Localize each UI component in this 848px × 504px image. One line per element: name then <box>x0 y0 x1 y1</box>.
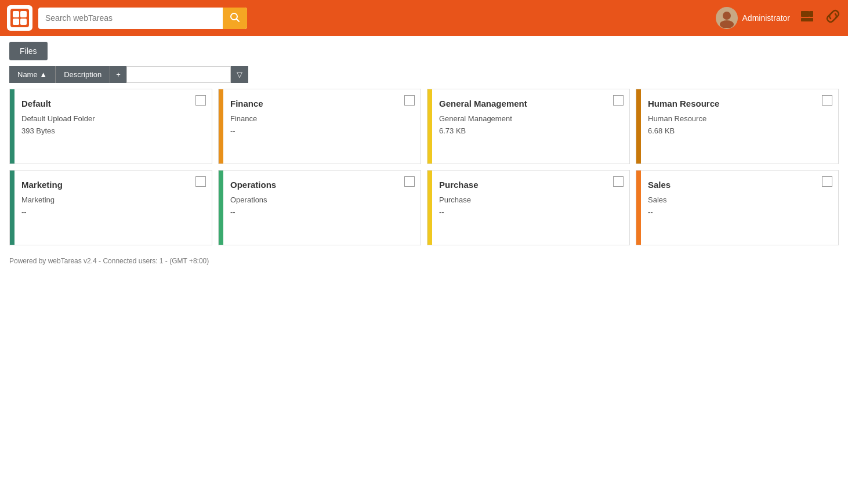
card-size-general-management: 6.73 KB <box>439 126 620 135</box>
search-button[interactable] <box>223 8 247 29</box>
card-content-general-management: General Management General Management 6.… <box>427 89 629 144</box>
search-input[interactable] <box>38 9 223 27</box>
card-size-default: 393 Bytes <box>21 126 202 135</box>
card-accent-finance <box>219 89 223 164</box>
plus-icon: + <box>116 70 121 79</box>
filter-icon: ▽ <box>237 70 242 79</box>
card-title-default: Default <box>21 99 202 108</box>
name-sort-label: Name ▲ <box>17 70 47 79</box>
card-human-resource[interactable]: Human Resource Human Resource 6.68 KB <box>636 89 839 164</box>
filter-icon-button[interactable]: ▽ <box>231 66 248 83</box>
header-right: Administrator <box>716 7 841 29</box>
footer-text: Powered by webTareas v2.4 - Connected us… <box>9 257 209 265</box>
svg-line-5 <box>237 19 240 21</box>
add-filter-button[interactable]: + <box>110 66 126 83</box>
header: Administrator <box>0 0 848 36</box>
card-desc-human-resource: Human Resource <box>648 114 829 123</box>
card-accent-marketing <box>10 171 15 245</box>
svg-rect-3 <box>20 19 27 25</box>
card-checkbox-general-management[interactable] <box>613 95 624 106</box>
name-sort-button[interactable]: Name ▲ <box>9 66 55 83</box>
files-grid: Default Default Upload Folder 393 Bytes … <box>0 89 848 245</box>
card-size-finance: -- <box>230 126 411 135</box>
card-title-general-management: General Management <box>439 99 620 108</box>
link-icon[interactable] <box>825 8 841 28</box>
card-operations[interactable]: Operations Operations -- <box>218 170 421 245</box>
card-title-purchase: Purchase <box>439 180 620 190</box>
card-checkbox-purchase[interactable] <box>613 176 624 187</box>
filter-bar: Name ▲ Description + ▽ <box>0 66 848 89</box>
card-checkbox-human-resource[interactable] <box>822 95 832 106</box>
card-content-human-resource: Human Resource Human Resource 6.68 KB <box>636 89 838 144</box>
card-checkbox-operations[interactable] <box>404 176 415 187</box>
card-checkbox-finance[interactable] <box>404 95 415 106</box>
card-title-marketing: Marketing <box>21 180 202 190</box>
svg-point-7 <box>720 20 734 28</box>
card-desc-finance: Finance <box>230 114 411 123</box>
card-desc-purchase: Purchase <box>439 195 620 204</box>
footer: Powered by webTareas v2.4 - Connected us… <box>0 245 848 277</box>
description-label: Description <box>64 70 102 79</box>
svg-rect-9 <box>802 12 808 16</box>
card-title-finance: Finance <box>230 99 411 108</box>
card-content-sales: Sales Sales -- <box>636 171 838 226</box>
card-desc-default: Default Upload Folder <box>21 114 202 123</box>
card-title-operations: Operations <box>230 180 411 190</box>
card-accent-purchase <box>427 171 432 245</box>
logo-icon <box>10 9 29 27</box>
card-content-operations: Operations Operations -- <box>219 171 421 226</box>
description-filter-button[interactable]: Description <box>55 66 110 83</box>
card-size-purchase: -- <box>439 208 620 216</box>
card-purchase[interactable]: Purchase Purchase -- <box>427 170 630 245</box>
logo[interactable] <box>7 5 32 31</box>
card-size-operations: -- <box>230 208 411 216</box>
card-desc-marketing: Marketing <box>21 195 202 204</box>
card-finance[interactable]: Finance Finance -- <box>218 89 421 164</box>
card-content-purchase: Purchase Purchase -- <box>427 171 629 226</box>
card-content-finance: Finance Finance -- <box>219 89 421 144</box>
user-info: Administrator <box>716 7 790 29</box>
card-desc-sales: Sales <box>648 195 829 204</box>
search-bar <box>38 8 247 29</box>
card-accent-sales <box>636 171 641 245</box>
card-checkbox-sales[interactable] <box>822 176 832 187</box>
card-desc-operations: Operations <box>230 195 411 204</box>
card-desc-general-management: General Management <box>439 114 620 123</box>
card-marketing[interactable]: Marketing Marketing -- <box>9 170 212 245</box>
svg-rect-11 <box>801 18 813 21</box>
card-content-default: Default Default Upload Folder 393 Bytes <box>10 89 212 144</box>
svg-rect-0 <box>13 11 19 17</box>
svg-rect-10 <box>809 11 813 17</box>
card-checkbox-default[interactable] <box>195 95 206 106</box>
svg-rect-2 <box>13 19 19 25</box>
card-sales[interactable]: Sales Sales -- <box>636 170 839 245</box>
card-accent-human-resource <box>636 89 641 164</box>
card-default[interactable]: Default Default Upload Folder 393 Bytes <box>9 89 212 164</box>
card-title-human-resource: Human Resource <box>648 99 829 108</box>
svg-point-6 <box>723 12 731 20</box>
avatar <box>716 7 738 29</box>
card-accent-general-management <box>427 89 432 164</box>
card-content-marketing: Marketing Marketing -- <box>10 171 212 226</box>
filter-input[interactable] <box>126 66 231 83</box>
card-size-marketing: -- <box>21 208 202 216</box>
svg-rect-1 <box>20 11 27 17</box>
card-title-sales: Sales <box>648 180 829 190</box>
card-accent-default <box>10 89 15 164</box>
toolbar: Files <box>0 36 848 66</box>
card-general-management[interactable]: General Management General Management 6.… <box>427 89 630 164</box>
card-size-human-resource: 6.68 KB <box>648 126 829 135</box>
search-icon <box>230 12 240 24</box>
files-button[interactable]: Files <box>9 42 48 60</box>
card-checkbox-marketing[interactable] <box>195 176 206 187</box>
notifications-icon[interactable] <box>799 8 816 28</box>
card-accent-operations <box>219 171 223 245</box>
user-name-label: Administrator <box>742 13 790 23</box>
card-size-sales: -- <box>648 208 829 216</box>
